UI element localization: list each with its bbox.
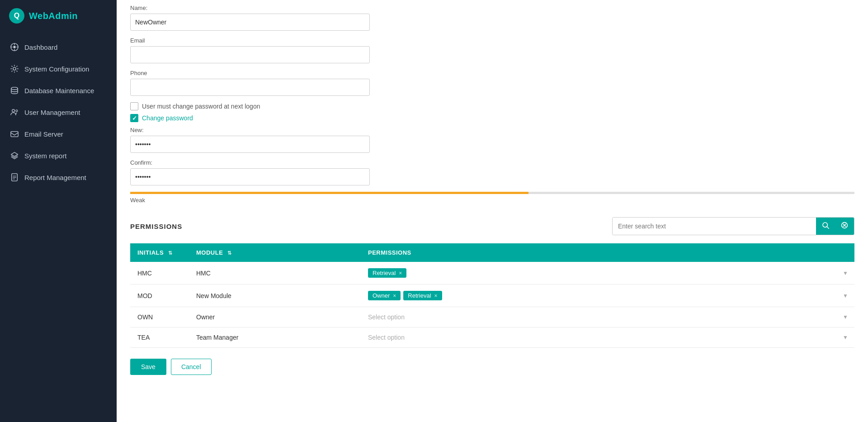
dropdown-arrow-hmc[interactable]: ▼ (843, 270, 848, 276)
email-group: Email (130, 37, 854, 63)
main-content: Name: Email Phone User must change passw… (117, 0, 868, 422)
sidebar-label-system-report: System report (24, 152, 66, 160)
cell-initials-tea: TEA (130, 327, 189, 348)
dropdown-arrow-own[interactable]: ▼ (843, 314, 848, 320)
cell-permissions-mod[interactable]: Owner × Retrieval × ▼ (361, 284, 854, 307)
cell-permissions-tea[interactable]: Select option ▼ (361, 327, 854, 348)
dropdown-arrow-mod[interactable]: ▼ (843, 293, 848, 299)
must-change-password-label: User must change password at next logon (142, 103, 260, 110)
svg-rect-10 (11, 132, 18, 137)
svg-line-16 (827, 227, 829, 228)
sidebar-item-database-maintenance[interactable]: Database Maintenance (0, 80, 117, 101)
reset-icon (841, 222, 848, 231)
database-icon (10, 86, 19, 95)
app-name: WebAdmin (29, 11, 78, 21)
change-password-checkbox[interactable] (130, 114, 138, 122)
table-row: MOD New Module Owner × Retrieval × (130, 284, 854, 307)
save-button[interactable]: Save (130, 359, 166, 375)
sidebar-label-user-management: User Management (24, 109, 80, 116)
confirm-password-group: Confirm: (130, 159, 854, 185)
col-header-permissions: PERMISSIONS (361, 243, 854, 262)
search-icon (822, 222, 829, 231)
table-row: HMC HMC Retrieval × ▼ (130, 262, 854, 284)
dashboard-icon (10, 43, 19, 52)
col-header-module[interactable]: MODULE ⇅ (189, 243, 361, 262)
phone-label: Phone (130, 70, 854, 76)
select-placeholder-tea: Select option (368, 334, 405, 341)
change-password-row: Change password (130, 114, 854, 122)
tag-remove-retrieval-hmc[interactable]: × (399, 270, 402, 276)
cell-module-tea: Team Manager (189, 327, 361, 348)
name-label: Name: (130, 5, 854, 11)
new-password-label: New: (130, 127, 854, 133)
sort-icon-initials: ⇅ (168, 250, 173, 256)
new-password-group: New: (130, 127, 854, 153)
cell-module-hmc: HMC (189, 262, 361, 284)
strength-label: Weak (130, 197, 854, 204)
sidebar: Q WebAdmin Dashboard (0, 0, 117, 422)
system-config-icon (10, 64, 19, 73)
must-change-password-checkbox[interactable] (130, 102, 138, 110)
cell-initials-own: OWN (130, 307, 189, 327)
table-row: OWN Owner Select option ▼ (130, 307, 854, 327)
cell-module-mod: New Module (189, 284, 361, 307)
sidebar-label-email-server: Email Server (24, 130, 63, 138)
system-report-icon (10, 151, 19, 160)
select-placeholder-own: Select option (368, 313, 405, 321)
logo-icon: Q (9, 8, 24, 24)
report-management-icon (10, 173, 19, 182)
phone-group: Phone (130, 70, 854, 96)
permissions-table: INITIALS ⇅ MODULE ⇅ PERMISSIONS HMC (130, 243, 854, 348)
phone-input[interactable] (130, 79, 370, 96)
permission-tag-retrieval-mod: Retrieval × (403, 291, 442, 300)
action-buttons: Save Cancel (130, 359, 854, 375)
svg-point-8 (12, 109, 15, 112)
sidebar-item-report-management[interactable]: Report Management (0, 166, 117, 188)
permissions-search-button[interactable] (816, 218, 835, 235)
cancel-button[interactable]: Cancel (171, 359, 212, 375)
permission-tags-mod: Owner × Retrieval × (368, 291, 847, 300)
user-management-icon (10, 108, 19, 117)
email-server-icon (10, 129, 19, 138)
strength-bar-container (130, 192, 854, 194)
sidebar-label-dashboard: Dashboard (24, 43, 57, 51)
sidebar-item-email-server[interactable]: Email Server (0, 123, 117, 145)
permission-tag-retrieval-hmc: Retrieval × (368, 268, 406, 278)
tag-remove-retrieval-mod[interactable]: × (434, 293, 438, 299)
app-logo[interactable]: Q WebAdmin (0, 0, 117, 32)
permissions-section: PERMISSIONS (130, 217, 854, 375)
confirm-password-input[interactable] (130, 168, 370, 185)
email-label: Email (130, 37, 854, 44)
col-header-initials[interactable]: INITIALS ⇅ (130, 243, 189, 262)
permissions-reset-button[interactable] (835, 218, 854, 235)
cell-module-own: Owner (189, 307, 361, 327)
cell-initials-mod: MOD (130, 284, 189, 307)
sidebar-nav: Dashboard System Configuration Database (0, 36, 117, 188)
sidebar-item-user-management[interactable]: User Management (0, 101, 117, 123)
svg-point-9 (16, 110, 18, 112)
tag-remove-owner-mod[interactable]: × (393, 293, 396, 299)
confirm-password-label: Confirm: (130, 159, 854, 166)
dropdown-arrow-tea[interactable]: ▼ (843, 334, 848, 341)
permissions-title: PERMISSIONS (130, 223, 182, 230)
new-password-input[interactable] (130, 136, 370, 153)
cell-permissions-own[interactable]: Select option ▼ (361, 307, 854, 327)
must-change-password-row: User must change password at next logon (130, 102, 854, 110)
email-input[interactable] (130, 46, 370, 63)
sidebar-item-dashboard[interactable]: Dashboard (0, 36, 117, 58)
svg-point-6 (13, 67, 16, 70)
cell-permissions-hmc[interactable]: Retrieval × ▼ (361, 262, 854, 284)
strength-bar-fill (130, 192, 528, 194)
permissions-search-box (612, 217, 854, 235)
permissions-header-row: PERMISSIONS (130, 217, 854, 235)
svg-point-7 (11, 87, 18, 90)
name-group: Name: (130, 5, 854, 31)
sidebar-item-system-configuration[interactable]: System Configuration (0, 58, 117, 80)
sort-icon-module: ⇅ (227, 250, 232, 256)
permissions-search-input[interactable] (613, 218, 816, 235)
cell-initials-hmc: HMC (130, 262, 189, 284)
sidebar-item-system-report[interactable]: System report (0, 145, 117, 166)
name-input[interactable] (130, 14, 370, 31)
permissions-table-body: HMC HMC Retrieval × ▼ MOD (130, 262, 854, 348)
permission-tag-owner-mod: Owner × (368, 291, 401, 300)
